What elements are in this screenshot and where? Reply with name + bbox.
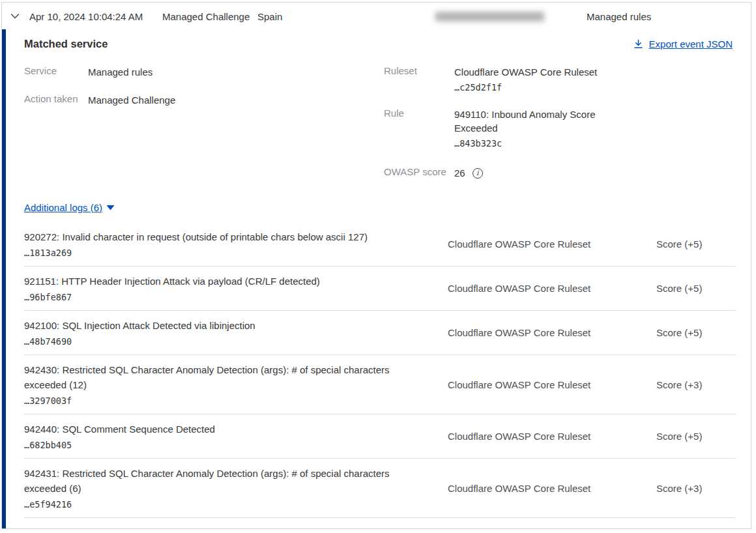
event-summary-row[interactable]: Apr 10, 2024 10:04:24 AM Managed Challen… [2,3,751,29]
log-rule-id: …e5f94216 [24,498,418,510]
additional-logs-table: 920272: Invalid character in request (ou… [24,222,751,518]
log-description: 921151: HTTP Header Injection Attack via… [24,274,418,289]
log-row: 942431: Restricted SQL Character Anomaly… [24,459,736,518]
field-action-taken: Action taken Managed Challenge [24,93,384,107]
log-description: 942431: Restricted SQL Character Anomaly… [24,466,418,496]
events-table-container: Apr 10, 2024 10:04:24 AM Managed Challen… [1,2,751,529]
log-row: 920272: Invalid character in request (ou… [24,222,736,266]
log-score: Score (+3) [656,379,736,390]
export-event-json-label: Export event JSON [649,38,733,50]
field-label: Service [24,65,88,79]
download-icon[interactable] [633,39,643,49]
chevron-down-icon[interactable] [10,11,20,22]
log-description: 920272: Invalid character in request (ou… [24,229,418,244]
event-timestamp: Apr 10, 2024 10:04:24 AM [29,11,143,22]
log-rule-id: …96bfe867 [24,291,418,303]
log-score: Score (+5) [656,431,736,442]
log-rule-id: …48b74690 [24,336,418,347]
log-description: 942430: Restricted SQL Character Anomaly… [24,362,418,392]
event-service: Managed rules [587,11,651,22]
field-label: Ruleset [384,65,454,93]
log-score: Score (+5) [656,238,736,250]
field-owasp-score: OWASP score 26 i [384,166,751,180]
additional-logs-toggle[interactable]: Additional logs (6) [24,202,115,213]
field-label: OWASP score [384,166,454,180]
event-detail-panel: Matched service Export event JSON Servic… [2,29,751,528]
log-ruleset: Cloudflare OWASP Core Ruleset [448,431,656,442]
log-description: 942440: SQL Comment Sequence Detected [24,422,418,437]
log-ruleset: Cloudflare OWASP Core Ruleset [448,238,656,250]
field-rule: Rule 949110: Inbound Anomaly Score Excee… [384,108,751,149]
ruleset-id: …c25d2f1f [454,81,597,93]
event-action: Managed Challenge [162,11,250,22]
field-label: Rule [384,108,454,149]
field-ruleset: Ruleset Cloudflare OWASP Core Ruleset …c… [384,65,751,93]
ruleset-name: Cloudflare OWASP Core Ruleset [454,65,597,79]
export-event-json-link[interactable]: Export event JSON [633,38,733,50]
caret-down-icon[interactable] [106,205,115,211]
field-value: Managed Challenge [88,93,175,107]
log-score: Score (+5) [656,283,736,294]
log-score: Score (+5) [656,327,736,338]
field-service: Service Managed rules [24,65,384,79]
log-ruleset: Cloudflare OWASP Core Ruleset [448,327,656,338]
owasp-score-value: 26 [454,166,465,180]
log-rule-id: …3297003f [24,395,418,407]
redacted-hostname [435,12,544,22]
event-country: Spain [257,11,282,22]
field-value: Managed rules [88,65,153,79]
log-row: 942430: Restricted SQL Character Anomaly… [24,355,736,414]
fields-right-column: Ruleset Cloudflare OWASP Core Ruleset …c… [384,65,751,194]
page-title: Matched service [24,38,108,50]
rule-id: …843b323c [454,137,614,149]
log-row: 942100: SQL Injection Attack Detected vi… [24,311,736,355]
log-ruleset: Cloudflare OWASP Core Ruleset [448,283,656,294]
log-ruleset: Cloudflare OWASP Core Ruleset [448,379,656,390]
log-ruleset: Cloudflare OWASP Core Ruleset [448,483,656,494]
log-rule-id: …1813a269 [24,247,418,259]
log-row: 921151: HTTP Header Injection Attack via… [24,266,736,311]
log-description: 942100: SQL Injection Attack Detected vi… [24,318,418,333]
detail-header: Matched service Export event JSON [24,38,751,50]
additional-logs-label: Additional logs (6) [24,202,102,213]
rule-name: 949110: Inbound Anomaly Score Exceeded [454,108,614,135]
log-rule-id: …682bb405 [24,439,418,451]
info-icon[interactable]: i [472,168,483,179]
field-label: Action taken [24,93,88,107]
log-row: 942440: SQL Comment Sequence Detected …6… [24,414,736,459]
fields-left-column: Service Managed rules Action taken Manag… [24,65,384,194]
matched-service-fields: Service Managed rules Action taken Manag… [24,65,751,194]
log-score: Score (+3) [656,483,736,494]
